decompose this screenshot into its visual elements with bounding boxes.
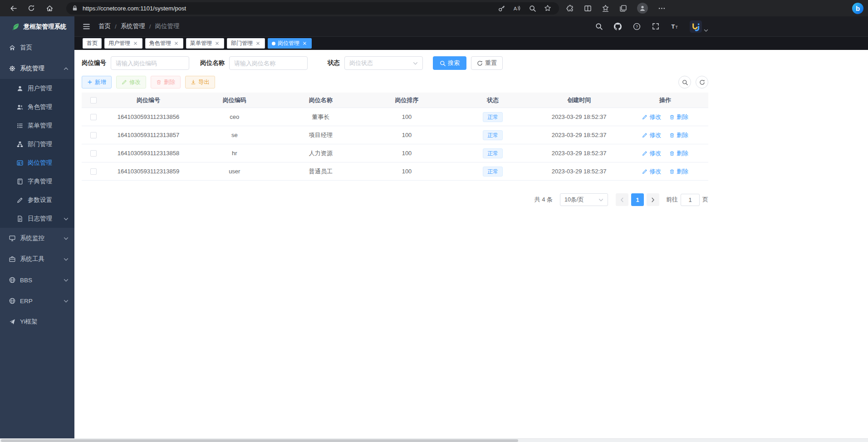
refresh-table-button[interactable] <box>696 76 708 88</box>
collections-icon[interactable] <box>619 5 627 12</box>
post-code-input[interactable] <box>111 56 189 70</box>
row-delete-link[interactable]: 删除 <box>669 167 688 176</box>
status-badge: 正常 <box>483 112 503 122</box>
sidebar-item-user-mgmt[interactable]: 用户管理 <box>0 79 74 98</box>
show-search-button[interactable] <box>678 76 691 88</box>
breadcrumb-system-mgmt[interactable]: 系统管理 <box>121 22 145 30</box>
split-screen-icon[interactable] <box>584 5 592 12</box>
address-bar[interactable]: https://ccnetcore.com:1101/system/post <box>66 2 559 15</box>
row-delete-link[interactable]: 删除 <box>669 149 688 157</box>
horizontal-scrollbar-thumb[interactable] <box>1 439 518 442</box>
extensions-icon[interactable] <box>566 5 574 12</box>
col-post-name: 岗位名称 <box>278 96 364 104</box>
chevron-down-icon <box>598 197 603 202</box>
edit-button[interactable]: 修改 <box>116 76 146 88</box>
angle-left-icon <box>619 197 625 203</box>
sidebar-item-system-tools[interactable]: 系统工具 <box>0 249 74 270</box>
browser-home-button[interactable] <box>43 2 56 15</box>
export-button[interactable]: 导出 <box>185 76 215 88</box>
sidebar-item-post-mgmt[interactable]: 岗位管理 <box>0 153 74 172</box>
row-checkbox[interactable] <box>90 114 97 120</box>
tab-menu-mgmt[interactable]: 菜单管理 <box>186 38 224 49</box>
sidebar-item-home[interactable]: 首页 <box>0 37 74 58</box>
page-size-select[interactable]: 10条/页 <box>560 193 608 206</box>
close-icon[interactable] <box>255 40 261 46</box>
sidebar: 意框架管理系统 首页 系统管理 用户管理 角色管理 菜单管理 部门管理 岗位管理… <box>0 16 74 442</box>
zoom-icon[interactable] <box>526 3 538 14</box>
sidebar-item-yi-framework[interactable]: Yi框架 <box>0 311 74 332</box>
breadcrumb-current: 岗位管理 <box>155 22 180 30</box>
row-edit-link[interactable]: 修改 <box>642 113 661 121</box>
goto-page-input[interactable] <box>681 194 700 206</box>
read-aloud-icon[interactable] <box>511 3 523 14</box>
col-actions: 操作 <box>622 96 708 104</box>
table-row: 1641030593112313858 hr 人力资源 100 正常 2023-… <box>82 144 708 162</box>
post-name-input[interactable] <box>229 56 308 70</box>
cell-created: 2023-03-29 18:52:37 <box>536 113 622 120</box>
browser-back-button[interactable] <box>6 2 20 15</box>
row-edit-link[interactable]: 修改 <box>642 131 661 139</box>
fullscreen-icon[interactable] <box>652 23 659 30</box>
help-icon[interactable] <box>633 23 641 30</box>
cell-created: 2023-03-29 18:52:37 <box>536 150 622 157</box>
sidebar-item-erp[interactable]: ERP <box>0 290 74 311</box>
row-delete-link[interactable]: 删除 <box>669 113 688 121</box>
select-all-checkbox[interactable] <box>90 97 97 103</box>
reset-button[interactable]: 重置 <box>471 56 503 70</box>
user-avatar[interactable] <box>690 20 708 33</box>
plus-icon <box>87 79 93 85</box>
github-icon[interactable] <box>614 23 622 30</box>
sidebar-item-dict-mgmt[interactable]: 字典管理 <box>0 172 74 191</box>
url-text[interactable]: https://ccnetcore.com:1101/system/post <box>83 5 492 12</box>
close-icon[interactable] <box>302 40 308 46</box>
cell-post-name: 人力资源 <box>278 149 364 157</box>
tab-post-mgmt[interactable]: 岗位管理 <box>268 38 312 49</box>
tab-dept-mgmt[interactable]: 部门管理 <box>227 38 265 49</box>
row-delete-link[interactable]: 删除 <box>669 131 688 139</box>
sidebar-item-bbs[interactable]: BBS <box>0 270 74 290</box>
cell-created: 2023-03-29 18:52:37 <box>536 168 622 175</box>
post-name-label: 岗位名称 <box>200 59 225 67</box>
row-checkbox[interactable] <box>90 150 97 157</box>
sidebar-item-log-mgmt[interactable]: 日志管理 <box>0 209 74 228</box>
close-icon[interactable] <box>173 40 179 46</box>
sidebar-item-system-monitor[interactable]: 系统监控 <box>0 228 74 249</box>
cell-post-id: 1641030593112313859 <box>105 168 191 175</box>
prev-page-button[interactable] <box>616 193 628 206</box>
sidebar-toggle[interactable] <box>83 23 90 30</box>
sidebar-item-menu-mgmt[interactable]: 菜单管理 <box>0 116 74 135</box>
row-edit-link[interactable]: 修改 <box>642 149 661 157</box>
header-search-icon[interactable] <box>595 23 603 30</box>
favorites-icon[interactable] <box>602 5 609 12</box>
close-icon[interactable] <box>132 40 138 46</box>
copilot-icon[interactable]: b <box>852 3 863 14</box>
delete-button[interactable]: 删除 <box>151 76 181 88</box>
row-checkbox[interactable] <box>90 132 97 138</box>
search-button[interactable]: 搜索 <box>433 56 466 70</box>
tab-user-mgmt[interactable]: 用户管理 <box>104 38 142 49</box>
row-checkbox[interactable] <box>90 168 97 175</box>
browser-menu-icon[interactable] <box>658 5 666 12</box>
browser-profile-avatar[interactable] <box>637 3 648 14</box>
breadcrumb-home[interactable]: 首页 <box>98 22 111 30</box>
next-page-button[interactable] <box>647 193 659 206</box>
password-key-icon[interactable] <box>495 3 507 14</box>
tab-role-mgmt[interactable]: 角色管理 <box>145 38 183 49</box>
globe-icon <box>9 277 15 283</box>
close-icon[interactable] <box>214 40 220 46</box>
add-favorite-icon[interactable] <box>542 3 554 14</box>
browser-reload-button[interactable] <box>25 2 38 15</box>
sidebar-item-dept-mgmt[interactable]: 部门管理 <box>0 135 74 153</box>
home-icon <box>9 44 15 51</box>
sidebar-item-role-mgmt[interactable]: 角色管理 <box>0 98 74 116</box>
tab-home[interactable]: 首页 <box>83 38 102 49</box>
cell-post-sort: 100 <box>364 113 450 120</box>
col-status: 状态 <box>450 96 536 104</box>
add-button[interactable]: 新增 <box>82 76 112 88</box>
font-size-icon[interactable] <box>671 23 678 30</box>
status-select[interactable]: 岗位状态 <box>344 56 423 70</box>
sidebar-item-param-settings[interactable]: 参数设置 <box>0 191 74 209</box>
page-number-1[interactable]: 1 <box>631 193 644 206</box>
row-edit-link[interactable]: 修改 <box>642 167 661 176</box>
sidebar-item-system-mgmt[interactable]: 系统管理 <box>0 58 74 79</box>
